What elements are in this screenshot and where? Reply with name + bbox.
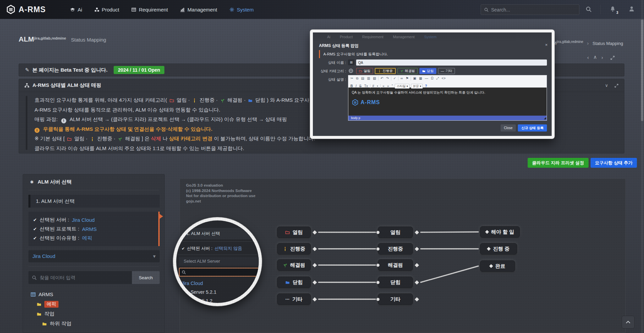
node-jira-done[interactable]: 완료 [480,260,515,272]
editor-text: QA 는 정확하게 요구사항을 수용하여 서비스에 반영되었는지 확인하는 최종… [352,90,543,95]
tree-root-arms[interactable]: ARMS [30,289,71,299]
search-submit-icon[interactable] [585,6,592,13]
global-search [481,4,579,15]
brand-logo[interactable]: A-RMS [6,5,46,14]
tree-item-subtask[interactable]: 하위 작업 [42,319,71,329]
menu-item-system[interactable]: System [229,7,254,13]
server-filter-input[interactable] [179,268,259,277]
dot-sep: · [216,97,218,103]
source-icon[interactable]: <> [441,76,446,81]
step-1-label: 1. ALM 서버 선택 [28,195,160,208]
alm-server-select[interactable]: Select ALM Server [179,257,259,266]
tree-search: Search [28,271,160,284]
redo-icon[interactable]: ↷ [385,76,389,81]
horizontal-rule-icon[interactable]: ― [424,76,429,81]
status-name-input[interactable] [356,60,547,66]
port-circle[interactable] [376,264,380,267]
scroll-top-button[interactable] [622,316,635,329]
node-label: 진행 중 [493,246,509,252]
image-icon[interactable]: ▣ [412,76,417,81]
tree-item-epic[interactable]: 에픽 [37,299,71,309]
menu-item-management[interactable]: Management [180,7,217,13]
node-alm-inprogress[interactable]: 진행중 [277,243,311,255]
category-etc-button[interactable]: ― 기타 [438,68,455,74]
category-label: 닫힘 [427,69,434,73]
tree-label-selected: 에픽 [44,301,59,308]
node-alm-etc[interactable]: ▪▪▪ 기타 [277,293,311,305]
next-icon[interactable]: › [601,54,603,60]
node-arms-closed[interactable]: 닫힘 [378,277,413,288]
candle-icon [90,137,95,141]
cubes-icon [94,7,99,12]
cut-icon[interactable]: ✂ [350,76,354,81]
globe-icon[interactable] [348,68,353,73]
asterisk-icon: ∗ [30,179,34,185]
spellcheck-icon[interactable]: ✓ [393,76,397,81]
port-circle[interactable] [376,298,380,301]
port-circle[interactable] [376,247,380,251]
node-arms-inprogress[interactable]: 진행중 [378,243,413,255]
category-closed-button[interactable]: 닫힘 [419,68,436,74]
menu-item-requirement[interactable]: Requirement [131,7,168,13]
panel-expand-icon[interactable] [614,83,619,88]
maximize-icon[interactable]: ⤢ [436,76,440,81]
paste-word-icon[interactable]: ▧ [372,76,376,81]
node-jira-todo[interactable]: 해야 할 일 [480,226,520,238]
category-open-button[interactable]: 열림 [356,68,373,74]
collapse-icon[interactable]: ∧ [593,54,597,60]
prev-icon[interactable]: ‹ [587,54,589,60]
editor-element-path[interactable]: body p ◢ [348,116,547,120]
node-arms-resolved[interactable]: 해결됨 [378,259,413,271]
editor-content[interactable]: QA 는 정확하게 요구사항을 수용하여 서비스에 반영되었는지 확인하는 최종… [348,88,547,116]
category-label: 기타 [445,69,452,73]
anchor-icon[interactable]: ⚑ [405,76,409,81]
register-status-button[interactable]: 신규 상태 등록 [518,124,547,132]
server-dropdown[interactable]: Jira Cloud ▾ [28,250,160,262]
link-icon[interactable]: ∞ [400,76,404,81]
tree-item-task[interactable]: 작업 [37,309,71,319]
arms-hex-logo-icon [352,99,359,106]
node-arms-etc[interactable]: 기타 [378,293,413,305]
node-label: 진행중 [388,246,403,252]
insert-table-icon[interactable]: ▦ [418,76,423,81]
user-profile-icon[interactable] [628,6,635,12]
close-button[interactable]: Close [501,124,516,132]
category-resolved-button[interactable]: 해결됨 [397,68,418,74]
paste-text-icon[interactable]: ▥ [366,76,371,81]
global-search-input[interactable] [491,7,576,13]
divider [176,255,259,255]
tree-label: 작업 [44,311,54,317]
paste-icon[interactable]: ▤ [361,76,365,81]
node-alm-closed[interactable]: 닫힘 [277,277,311,288]
expand-icon[interactable] [610,54,615,60]
node-jira-inprogress[interactable]: 진행 중 [480,243,517,255]
add-status-button[interactable]: 요구사항 상태 추가 [591,158,637,168]
menu-item-ai[interactable]: Ai [70,7,82,13]
modal-ghost-nav: Ai Product Requirement Management System [313,32,552,41]
dots-icon: ▪▪▪ [285,298,290,301]
node-alm-open[interactable]: 열림 [277,227,311,238]
grid-icon[interactable]: ▦ [348,60,354,65]
tree-search-input[interactable] [40,275,129,280]
port-circle[interactable] [376,281,380,284]
special-char-icon[interactable]: Ω [430,76,434,81]
resize-handle-icon[interactable]: ◢ [544,116,546,120]
close-icon[interactable]: × [545,42,548,47]
page-scrollbar[interactable] [641,0,643,333]
node-alm-resolved[interactable]: 해결됨 [277,259,311,271]
copy-icon[interactable]: ⧉ [355,76,359,81]
project-icon [30,292,36,297]
panel-collapse-icon[interactable]: ∨ [605,83,608,88]
menu-item-product[interactable]: Product [94,7,119,13]
jira-preset-button[interactable]: 클라우드 지라 프리셋 설정 [528,158,589,168]
option-jira-cloud[interactable]: Jira Cloud [182,281,203,286]
text: 클라우드 지라 이슈 상태를 ALM 서버의 주요 상태와 1:1로 매핑할 수… [34,145,244,151]
undo-icon[interactable]: ↶ [380,76,384,81]
rich-text-editor: ✂ ⧉ ▤ ▥ ▧ ↶ ↷ ✓ ∞ ⚑ ▣ ▦ ― [348,75,547,121]
node-arms-open[interactable]: 열림 [378,227,413,238]
tree-search-button[interactable]: Search [132,271,160,284]
scrollbar-thumb[interactable] [641,20,643,121]
breadcrumb: Mjira,gitlab,redmine › Status Mapping [552,40,623,46]
category-inprogress-button[interactable]: 진행중 [375,68,396,74]
port-circle[interactable] [376,231,380,234]
